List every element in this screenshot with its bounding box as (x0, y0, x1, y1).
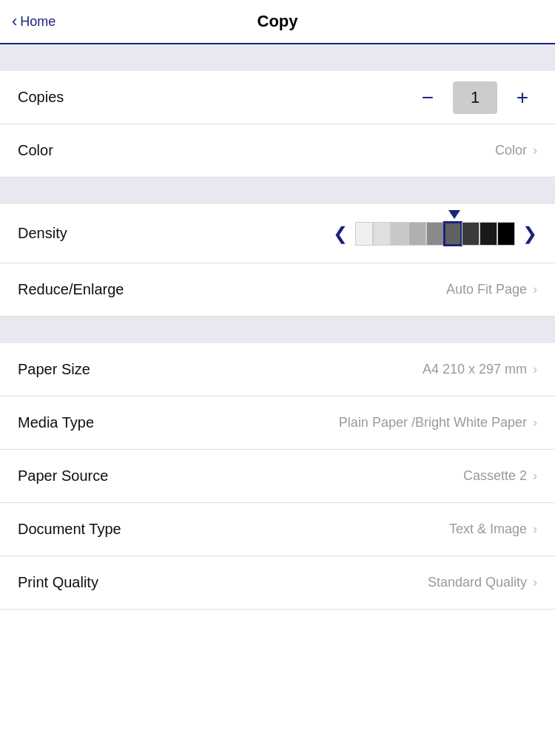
color-chevron-icon: › (533, 143, 537, 158)
reduce-enlarge-label: Reduce/Enlarge (18, 281, 124, 298)
density-swatch[interactable] (497, 222, 515, 246)
color-value: Color (495, 143, 527, 158)
paper-source-row[interactable]: Paper Source Cassette 2 › (0, 450, 555, 503)
section-divider-density (0, 178, 555, 204)
copies-row: Copies − 1 + (0, 71, 555, 124)
color-label: Color (18, 142, 53, 159)
paper-size-value: A4 210 x 297 mm (423, 362, 527, 377)
header: ‹ Home Copy (0, 0, 555, 44)
document-type-value-container: Text & Image › (449, 522, 537, 537)
reduce-enlarge-chevron-icon: › (533, 282, 537, 297)
back-chevron-icon: ‹ (12, 12, 17, 31)
print-quality-chevron-icon: › (533, 575, 537, 590)
density-swatch[interactable] (462, 222, 480, 246)
copies-label: Copies (18, 89, 64, 106)
paper-source-value-container: Cassette 2 › (463, 468, 537, 484)
paper-size-chevron-icon: › (533, 362, 537, 377)
density-label: Density (18, 225, 67, 242)
density-swatch[interactable] (444, 222, 462, 246)
document-type-row[interactable]: Document Type Text & Image › (0, 503, 555, 556)
media-type-value: Plain Paper /Bright White Paper (339, 415, 527, 431)
back-button[interactable]: ‹ Home (12, 12, 56, 31)
paper-source-value: Cassette 2 (463, 468, 527, 484)
density-swatch[interactable] (480, 222, 497, 246)
paper-size-value-container: A4 210 x 297 mm › (423, 362, 537, 377)
section-divider-paper (0, 317, 555, 343)
section-divider-top (0, 44, 555, 71)
density-swatches (355, 222, 515, 246)
media-type-row[interactable]: Media Type Plain Paper /Bright White Pap… (0, 396, 555, 450)
paper-size-row[interactable]: Paper Size A4 210 x 297 mm › (0, 343, 555, 396)
page-title: Copy (258, 12, 298, 31)
color-row[interactable]: Color Color › (0, 124, 555, 178)
document-type-chevron-icon: › (533, 522, 537, 537)
copies-increment-button[interactable]: + (508, 83, 537, 112)
print-quality-label: Print Quality (18, 574, 98, 591)
density-swatch[interactable] (355, 222, 373, 246)
media-type-value-container: Plain Paper /Bright White Paper › (339, 415, 537, 431)
density-swatch[interactable] (426, 222, 444, 246)
density-right-button[interactable]: ❯ (522, 223, 537, 244)
paper-size-label: Paper Size (18, 361, 90, 378)
color-value-container: Color › (495, 143, 537, 158)
paper-source-label: Paper Source (18, 468, 108, 485)
density-swatch[interactable] (373, 222, 391, 246)
copies-control: − 1 + (413, 81, 537, 114)
print-quality-value-container: Standard Quality › (428, 575, 537, 590)
reduce-enlarge-value: Auto Fit Page (446, 282, 527, 297)
density-row: Density ❮ ❯ (0, 204, 555, 263)
density-indicator (448, 210, 460, 219)
reduce-enlarge-value-container: Auto Fit Page › (446, 282, 537, 297)
reduce-enlarge-row[interactable]: Reduce/Enlarge Auto Fit Page › (0, 263, 555, 317)
paper-source-chevron-icon: › (533, 468, 537, 484)
media-type-chevron-icon: › (533, 415, 537, 431)
density-left-button[interactable]: ❮ (333, 223, 348, 244)
print-quality-value: Standard Quality (428, 575, 527, 590)
media-type-label: Media Type (18, 414, 94, 431)
back-label: Home (20, 14, 56, 30)
density-swatch[interactable] (408, 222, 426, 246)
density-control: ❮ ❯ (333, 222, 537, 246)
document-type-label: Document Type (18, 521, 121, 538)
copies-decrement-button[interactable]: − (413, 83, 443, 112)
copies-value: 1 (453, 81, 497, 114)
density-swatch[interactable] (391, 222, 408, 246)
print-quality-row[interactable]: Print Quality Standard Quality › (0, 556, 555, 610)
document-type-value: Text & Image (449, 522, 527, 537)
